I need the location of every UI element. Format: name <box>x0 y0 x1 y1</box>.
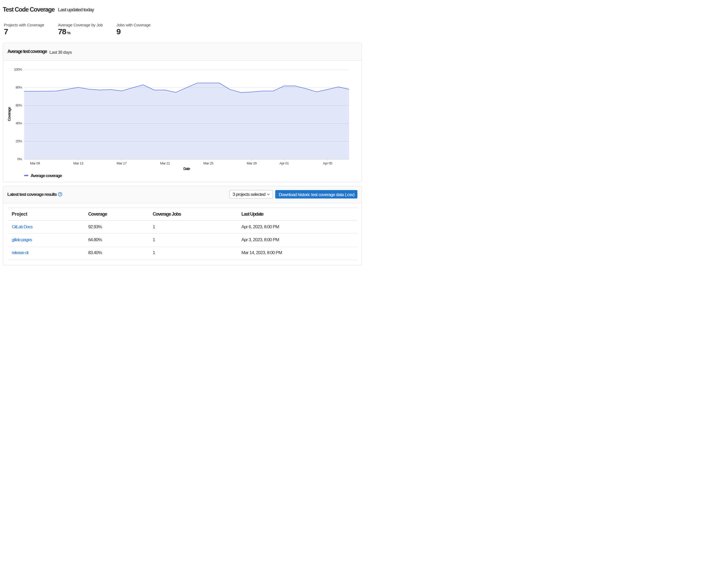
svg-text:60%: 60% <box>16 103 22 107</box>
svg-text:Mar 21: Mar 21 <box>160 161 170 165</box>
svg-text:Mar 29: Mar 29 <box>247 161 257 165</box>
svg-text:Date: Date <box>183 166 190 170</box>
svg-text:Average coverage: Average coverage <box>31 173 62 178</box>
svg-text:20%: 20% <box>16 139 22 143</box>
svg-text:0%: 0% <box>17 157 22 161</box>
svg-text:Coverage: Coverage <box>7 106 11 121</box>
svg-text:Mar 13: Mar 13 <box>73 161 83 165</box>
svg-text:?: ? <box>59 193 61 196</box>
svg-text:Apr 01: Apr 01 <box>279 161 289 165</box>
svg-text:Mar 17: Mar 17 <box>116 161 126 165</box>
svg-text:40%: 40% <box>16 121 22 125</box>
svg-text:Mar 09: Mar 09 <box>30 161 40 165</box>
svg-text:100%: 100% <box>14 67 22 71</box>
svg-text:Apr 05: Apr 05 <box>323 161 332 165</box>
svg-text:Mar 25: Mar 25 <box>203 161 213 165</box>
svg-text:80%: 80% <box>16 85 22 89</box>
